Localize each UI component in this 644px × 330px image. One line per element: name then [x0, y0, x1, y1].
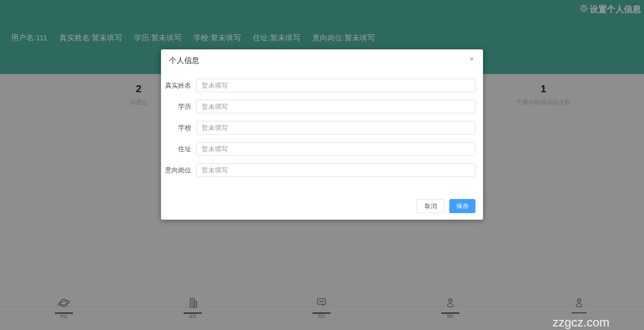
nav-underline: [184, 312, 202, 314]
bottom-nav-company[interactable]: 题库: [173, 297, 213, 318]
cancel-button[interactable]: 取消: [417, 199, 445, 213]
message-icon: [314, 297, 329, 312]
form-row-realname: 真实姓名: [161, 79, 483, 92]
stat-label: 沟通过: [115, 98, 163, 107]
form-row-school: 学校: [161, 121, 483, 135]
address-input[interactable]: [196, 142, 475, 156]
target-job-input[interactable]: [196, 163, 475, 177]
nav-label: 题库: [189, 314, 196, 318]
target-job-text: 意向岗位:暂未填写: [312, 33, 375, 43]
site-watermark: zzgcz.com: [552, 315, 609, 329]
field-label: 学历: [161, 100, 191, 113]
dialog-body: 真实姓名 学历 学校 住址 意向岗位: [161, 66, 483, 177]
bottom-nav-messages[interactable]: 消息: [301, 297, 342, 318]
field-label: 意向岗位: [161, 163, 191, 177]
field-label: 住址: [161, 142, 191, 156]
bottom-nav-jobs[interactable]: 职位: [44, 297, 84, 318]
realname-input[interactable]: [196, 79, 475, 92]
education-text: 学历:暂未填写: [134, 33, 181, 43]
nav-underline: [312, 312, 331, 314]
form-row-address: 住址: [161, 142, 483, 156]
user-icon: [443, 297, 457, 312]
save-button[interactable]: 保存: [449, 199, 475, 213]
field-label: 真实姓名: [161, 79, 191, 92]
form-row-education: 学历: [161, 100, 483, 113]
nav-underline: [55, 312, 73, 314]
stat-label: 手撕代码题训练次数: [506, 98, 581, 107]
form-row-target-job: 意向岗位: [161, 163, 483, 177]
education-input[interactable]: [196, 100, 475, 113]
bottom-nav-profile[interactable]: [559, 297, 599, 314]
dialog-title: 个人信息: [169, 56, 199, 64]
nav-underline: [441, 312, 459, 314]
nav-label: 我的: [447, 314, 454, 318]
nav-label: 职位: [60, 314, 67, 318]
building-icon: [186, 297, 200, 312]
school-input[interactable]: [196, 121, 475, 135]
globe-icon: [57, 297, 71, 312]
user-icon: [572, 297, 586, 312]
gear-icon: [580, 4, 588, 15]
settings-personal-info-link[interactable]: 设置个人信息: [580, 4, 641, 15]
personal-info-dialog: 个人信息 × 真实姓名 学历 学校 住址 意向岗位 取消 保存: [161, 49, 483, 220]
address-text: 住址:暂未填写: [253, 33, 300, 43]
username-text: 用户名:111: [11, 33, 47, 43]
settings-link-label: 设置个人信息: [590, 4, 641, 15]
stat-communicated: 2 沟通过: [115, 83, 163, 107]
dialog-header: 个人信息 ×: [161, 49, 483, 66]
nav-underline: [572, 312, 587, 313]
field-label: 学校: [161, 121, 191, 135]
realname-text: 真实姓名:暂未填写: [59, 33, 122, 43]
stat-value: 1: [506, 83, 581, 95]
bottom-nav-mine[interactable]: 我的: [430, 297, 470, 318]
school-text: 学校:暂未填写: [193, 33, 240, 43]
nav-label: 消息: [318, 314, 325, 318]
stat-value: 2: [115, 83, 163, 95]
user-info-bar: 用户名:111 真实姓名:暂未填写 学历:暂未填写 学校:暂未填写 住址:暂未填…: [11, 33, 375, 43]
stat-code-training-count: 1 手撕代码题训练次数: [506, 83, 581, 107]
dialog-footer: 取消 保存: [417, 199, 475, 213]
close-icon[interactable]: ×: [469, 55, 474, 62]
